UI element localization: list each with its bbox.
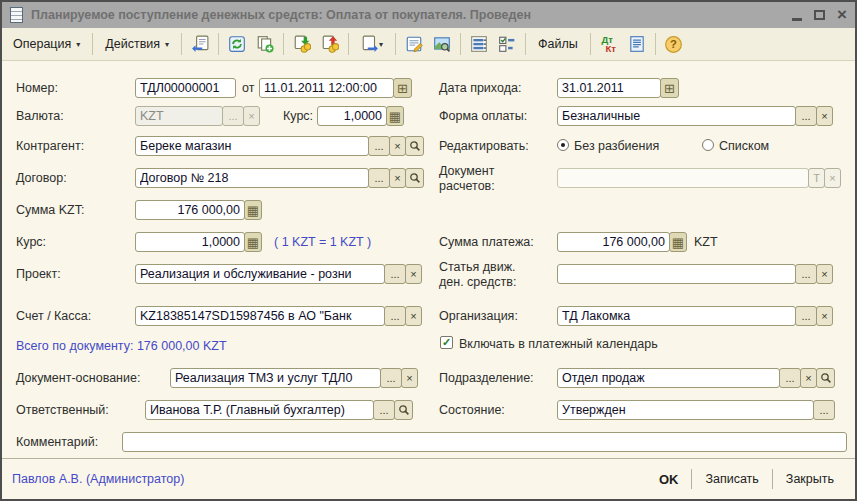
rate-label: Курс: xyxy=(283,109,313,123)
state-label: Состояние: xyxy=(439,403,505,417)
close-icon[interactable]: × xyxy=(837,8,847,22)
state-input[interactable] xyxy=(557,400,814,420)
number-label: Номер: xyxy=(16,81,58,95)
cash-flow-label-2: ден. средств: xyxy=(439,275,516,289)
department-ellipsis-button[interactable]: ... xyxy=(779,368,801,388)
counterparty-search-button[interactable] xyxy=(405,136,424,156)
list-structure-button[interactable] xyxy=(466,31,492,57)
expense-doc-icon xyxy=(321,35,339,53)
toolbar-separator xyxy=(218,33,219,55)
magnifier-icon xyxy=(820,372,832,384)
state-ellipsis-button[interactable]: ... xyxy=(813,400,835,420)
list-settings-button[interactable] xyxy=(494,31,520,57)
footer-separator xyxy=(772,469,773,489)
operation-menu-button[interactable]: Операция ▾ xyxy=(6,33,87,55)
minimize-icon[interactable] xyxy=(792,9,802,21)
close-button[interactable]: Закрыть xyxy=(775,468,845,490)
payment-form-clear-button[interactable]: × xyxy=(816,106,833,126)
comment-input[interactable] xyxy=(122,432,847,452)
payment-calendar-checkbox[interactable]: ✓ xyxy=(440,336,453,349)
cash-flow-ellipsis-button[interactable]: ... xyxy=(795,264,817,284)
post-income-button[interactable] xyxy=(289,31,315,57)
responsible-ellipsis-button[interactable]: ... xyxy=(373,400,395,420)
calendar-icon[interactable]: ⊞ xyxy=(393,78,412,98)
radio-no-split-label[interactable]: Без разбиения xyxy=(574,139,659,153)
create-based-on-button[interactable]: ▾ xyxy=(354,31,390,57)
department-input[interactable] xyxy=(557,368,780,388)
rate-hint: ( 1 KZT = 1 KZT ) xyxy=(274,235,371,249)
account-ellipsis-button[interactable]: ... xyxy=(384,306,406,326)
currency-label: Валюта: xyxy=(16,109,64,123)
responsible-search-button[interactable] xyxy=(394,400,413,420)
base-document-ellipsis-button[interactable]: ... xyxy=(380,368,402,388)
rate2-input[interactable] xyxy=(135,232,245,252)
help-button[interactable]: ? xyxy=(661,31,687,57)
calculator-icon[interactable]: ▦ xyxy=(244,200,262,220)
project-clear-button[interactable]: × xyxy=(405,264,422,284)
contract-input[interactable] xyxy=(135,168,369,188)
base-document-clear-button[interactable]: × xyxy=(401,368,418,388)
payment-amount-currency: KZT xyxy=(694,235,718,249)
edit-button[interactable] xyxy=(401,31,427,57)
organization-ellipsis-button[interactable]: ... xyxy=(795,306,817,326)
maximize-icon[interactable] xyxy=(814,10,825,20)
contract-clear-button[interactable]: × xyxy=(389,168,406,188)
date-time-input[interactable] xyxy=(259,78,394,98)
copy-add-icon xyxy=(256,35,274,53)
counterparty-input[interactable] xyxy=(135,136,369,156)
account-clear-button[interactable]: × xyxy=(405,306,422,326)
organization-clear-button[interactable]: × xyxy=(816,306,833,326)
toolbar-separator xyxy=(525,33,526,55)
contract-search-button[interactable] xyxy=(405,168,424,188)
radio-as-list-label[interactable]: Списком xyxy=(719,139,769,153)
project-input[interactable] xyxy=(135,264,385,284)
svg-text:?: ? xyxy=(670,38,677,50)
payment-form-input[interactable] xyxy=(557,106,796,126)
save-post-close-button[interactable] xyxy=(187,31,213,57)
calendar-icon[interactable]: ⊞ xyxy=(660,78,679,98)
register-records-button[interactable] xyxy=(624,31,650,57)
project-ellipsis-button[interactable]: ... xyxy=(384,264,406,284)
counterparty-clear-button[interactable]: × xyxy=(389,136,406,156)
dtkt-button[interactable]: ДтКт xyxy=(596,31,622,57)
organization-label: Организация: xyxy=(439,309,518,323)
repost-button[interactable] xyxy=(224,31,250,57)
department-clear-button[interactable]: × xyxy=(800,368,817,388)
contract-ellipsis-button[interactable]: ... xyxy=(368,168,390,188)
rate-input[interactable] xyxy=(317,106,387,126)
department-search-button[interactable] xyxy=(816,368,835,388)
dt-kt-icon: ДтКт xyxy=(602,35,616,53)
responsible-label: Ответственный: xyxy=(16,403,109,417)
toolbar-separator xyxy=(348,33,349,55)
calculator-icon[interactable]: ▦ xyxy=(244,232,262,252)
actions-menu-button[interactable]: Действия ▾ xyxy=(98,33,176,55)
toolbar: Операция ▾ Действия ▾ ▾ xyxy=(2,28,855,61)
calculator-icon[interactable]: ▦ xyxy=(386,106,404,126)
amount-kzt-input[interactable] xyxy=(135,200,245,220)
preview-button[interactable] xyxy=(429,31,455,57)
responsible-input[interactable] xyxy=(145,400,374,420)
organization-input[interactable] xyxy=(557,306,796,326)
radio-as-list[interactable] xyxy=(702,139,714,151)
base-document-input[interactable] xyxy=(170,368,381,388)
post-expense-button[interactable] xyxy=(317,31,343,57)
income-date-input[interactable] xyxy=(557,78,661,98)
save-button[interactable]: Записать xyxy=(694,468,769,490)
calculator-icon[interactable]: ▦ xyxy=(669,232,687,252)
account-input[interactable] xyxy=(135,306,385,326)
payment-form-ellipsis-button[interactable]: ... xyxy=(795,106,817,126)
document-icon xyxy=(10,7,23,23)
cash-flow-input[interactable] xyxy=(557,264,796,284)
magnifier-icon xyxy=(409,172,421,184)
ok-button[interactable]: OK xyxy=(648,468,690,491)
copy-button[interactable] xyxy=(252,31,278,57)
cash-flow-clear-button[interactable]: × xyxy=(816,264,833,284)
payment-calendar-checkbox-label[interactable]: Включать в платежный календарь xyxy=(459,337,658,351)
number-input[interactable] xyxy=(135,78,236,98)
counterparty-ellipsis-button[interactable]: ... xyxy=(368,136,390,156)
payment-amount-input[interactable] xyxy=(557,232,670,252)
files-button[interactable]: Файлы xyxy=(531,33,585,55)
magnifier-icon xyxy=(398,404,410,416)
settlement-doc-label-2: расчетов: xyxy=(439,179,495,193)
radio-no-split[interactable] xyxy=(557,139,569,151)
